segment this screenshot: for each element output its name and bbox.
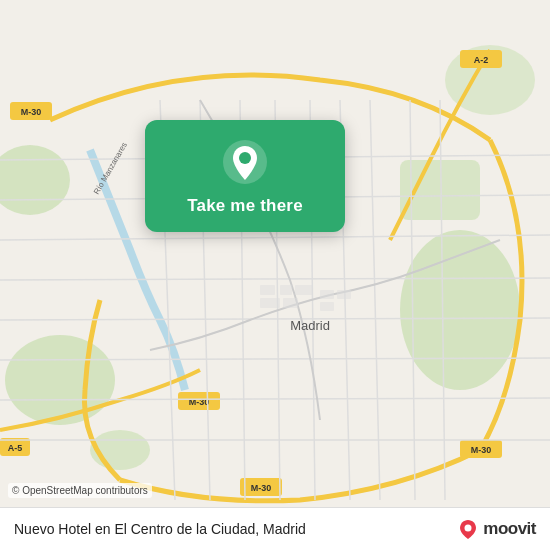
map-background: M-30 A-2 A-5 M-30 M-30 M-30 bbox=[0, 0, 550, 550]
hotel-name: Nuevo Hotel en El Centro de la Ciudad, M… bbox=[14, 521, 457, 537]
svg-point-47 bbox=[239, 152, 251, 164]
svg-text:A-2: A-2 bbox=[474, 55, 489, 65]
svg-rect-45 bbox=[320, 302, 334, 311]
svg-text:M-30: M-30 bbox=[471, 445, 492, 455]
svg-point-48 bbox=[465, 525, 472, 532]
take-me-there-button-label: Take me there bbox=[187, 196, 303, 216]
moovit-logo: moovit bbox=[457, 518, 536, 540]
svg-rect-41 bbox=[260, 298, 280, 308]
moovit-brand-text: moovit bbox=[483, 519, 536, 539]
svg-rect-38 bbox=[260, 285, 275, 295]
svg-rect-39 bbox=[280, 285, 292, 295]
svg-text:M-30: M-30 bbox=[189, 397, 210, 407]
svg-text:Madrid: Madrid bbox=[290, 318, 330, 333]
svg-text:A-5: A-5 bbox=[8, 443, 23, 453]
svg-point-2 bbox=[5, 335, 115, 425]
location-pin-icon bbox=[221, 138, 269, 186]
svg-text:M-30: M-30 bbox=[21, 107, 42, 117]
svg-rect-43 bbox=[320, 290, 334, 299]
svg-rect-44 bbox=[337, 290, 351, 299]
take-me-there-card[interactable]: Take me there bbox=[145, 120, 345, 232]
svg-text:M-30: M-30 bbox=[251, 483, 272, 493]
svg-rect-40 bbox=[295, 285, 313, 295]
bottom-bar: Nuevo Hotel en El Centro de la Ciudad, M… bbox=[0, 507, 550, 550]
moovit-logo-icon bbox=[457, 518, 479, 540]
svg-rect-42 bbox=[283, 298, 298, 308]
map-container: M-30 A-2 A-5 M-30 M-30 M-30 bbox=[0, 0, 550, 550]
osm-attribution: © OpenStreetMap contributors bbox=[8, 483, 152, 498]
